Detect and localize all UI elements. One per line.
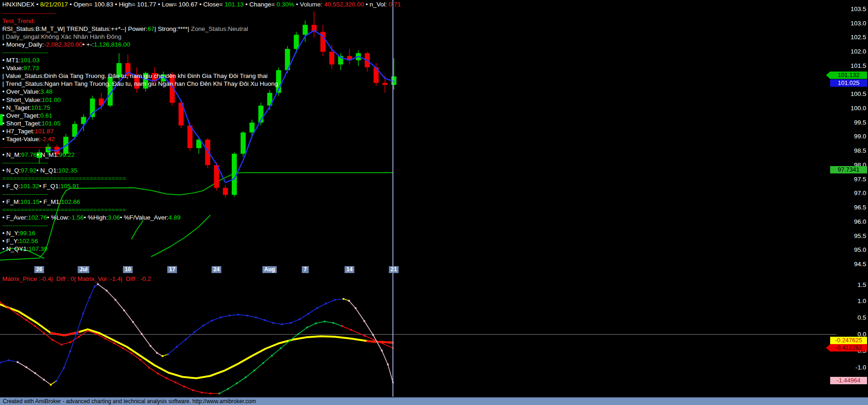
info-segment: 1,126,816.00 [94,41,130,48]
info-segment: 101.03 [20,57,39,64]
axis-value-chip: -0.412262 [830,344,867,351]
info-segment: ================================== [2,175,126,182]
info-segment: 102.66 [61,198,80,205]
info-line: • Taget-Value:-2.42 [2,135,278,143]
price-tick: 95.0 [834,246,866,253]
info-segment: • %F/Value_Aver: [120,214,169,221]
info-segment: Test_Trend: [2,18,35,24]
indicator-tick: 0.5 [834,314,866,321]
info-segment: • %Low: [47,214,70,221]
info-line: • F_Q:101.32• F_Q1:105.91 [2,182,278,190]
chip-arrow-icon [826,71,830,79]
price-tick: 96.0 [834,218,866,225]
info-segment: | Daily_singal:Không Xác Nhân Hành Đông [2,33,121,40]
info-line: • Short_Value:101.00 [2,96,278,104]
date-label: Aug [262,266,277,273]
info-segment: 99.16 [20,230,36,237]
status-bar: Created with AmiBroker - advanced charti… [0,397,868,405]
info-segment: • Money_Daily: [2,41,44,48]
chip-arrow-icon [826,344,830,351]
amibroker-window: HNXINDEX • 8/21/2017 • Open= 100.83 • Hi… [0,0,868,405]
header-segment: • Volume: [294,1,324,8]
header-segment: 40,552,320.00 [324,1,364,8]
date-label: 7 [302,266,309,273]
header-segment: 8/21/2017 [40,1,68,8]
info-line: • F_Aver:102.76• %Low:-1.56• %High:3.06•… [2,214,278,221]
info-segment: • N_QY1: [2,245,29,252]
indicator-tick: -1.0 [834,364,866,371]
info-line: ---------------------- [2,190,278,198]
info-segment: 101.87 [35,128,54,135]
info-segment: • Value: [2,65,24,71]
header-segment: • Open= 100.83 • High= 101.77 • Low= 100… [68,1,224,8]
info-segment: 3.06 [108,214,120,221]
date-label: 14 [344,266,354,273]
info-segment: • N_Q: [2,167,21,174]
info-segment: 0.61 [40,112,52,119]
info-line: ---------------------- [2,221,278,229]
info-segment: 107.39 [29,245,48,252]
info-segment: • Short_Value: [2,96,42,103]
info-segment: • N_M: [2,151,21,158]
info-segment: | Strong:**** [154,25,187,32]
date-label: Jul [78,266,89,273]
info-segment: -1.56 [70,214,84,221]
axis-value-chip: 97.7341 [830,166,867,173]
info-line: • F_Y:102.56 [2,237,278,245]
axis-value-chip: 101.025 [830,79,867,87]
header-segment: 101.13 [224,1,243,8]
info-segment: 3.48 [41,88,53,95]
info-segment: | Trend_Status:Ngan Han Tang Truong. Đâu… [2,80,278,87]
price-tick: 95.5 [834,232,866,239]
info-line: ---------------------- [2,159,278,167]
info-line: • H7_Taget:101.87 [2,127,278,135]
info-segment: 102.35 [58,167,77,174]
header-segment: • [35,1,40,8]
price-tick: 103.5 [834,6,866,12]
info-segment: 102.56 [19,238,38,244]
price-tick: 102.5 [834,34,866,41]
price-tick: 94.5 [834,261,866,268]
info-segment: 97.76 [21,151,37,158]
info-segment: • N_M1: [37,151,59,158]
info-line: RSI_Status:B:M_T_W| TREND_Status:++*--| … [2,25,278,33]
info-segment: 101.75 [31,104,50,111]
price-tick: 97.5 [834,176,866,183]
info-line: ================================== [2,206,278,214]
credit-text: Created with AmiBroker - advanced charti… [3,398,256,405]
date-label: 17 [167,266,177,273]
quote-header: HNXINDEX • 8/21/2017 • Open= 100.83 • Hi… [2,1,401,8]
axis-value-chip: -0.247625 [830,337,867,344]
info-segment: -------------------------- [2,143,56,150]
date-label: 21 [389,266,398,273]
info-line: | Daily_singal:Không Xác Nhân Hành Đông [2,33,278,41]
info-segment: | Value_Status:Đinh Gia Tang Truong. Đâu… [2,72,268,79]
info-segment: • Taget-Value: [2,136,41,143]
info-segment: ---------------------- [2,49,48,56]
info-segment: • Over_Taget: [2,112,40,119]
info-line: • N_Q:97.92• N_Q1:102.35 [2,167,278,174]
date-label: 24 [211,266,221,273]
info-line: • N_Y:99.16 [2,229,278,237]
header-segment: HNXINDEX [2,1,35,8]
price-tick: 100.5 [834,90,866,97]
header-segment: • n_Vol: [364,1,389,8]
price-tick: 98.5 [834,147,866,154]
indicator-tick: 1.0 [834,298,866,304]
info-segment: 99.22 [59,151,75,158]
price-tick: 102.0 [834,48,866,55]
info-segment: 101.05 [42,120,60,127]
date-label: 26 [34,266,44,273]
info-segment: 67 [147,25,154,32]
info-segment: ---------------------- [2,222,48,229]
header-segment: 0.71 [389,1,401,8]
info-segment: -2.42 [41,136,55,143]
indicator-tick: 1.5 [834,281,866,288]
info-segment: 101.15 [20,198,39,205]
info-segment: ================================== [2,206,126,213]
info-segment: • +-: [83,41,94,48]
indicator-text-block: --------------------------Test_Trend:RSI… [2,9,278,253]
info-line: • N_M:97.76• N_M1:99.22 [2,151,278,159]
info-segment: 102.76 [28,214,47,221]
info-line: | Trend_Status:Ngan Han Tang Truong. Đâu… [2,80,278,88]
